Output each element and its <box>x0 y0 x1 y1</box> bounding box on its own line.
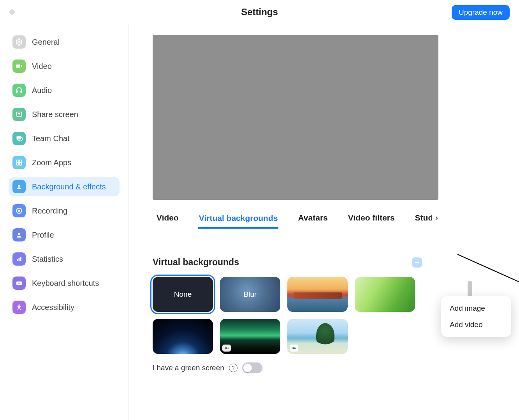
svg-rect-2 <box>16 91 18 93</box>
svg-rect-15 <box>20 257 21 261</box>
headset-icon <box>12 84 26 97</box>
sidebar-item-label: Team Chat <box>32 134 70 143</box>
stats-icon <box>12 252 26 266</box>
page-title: Settings <box>0 7 519 18</box>
gear-icon <box>12 35 26 49</box>
bg-thumb-none[interactable]: None <box>153 277 213 312</box>
sidebar-item-label: Accessibility <box>32 303 74 312</box>
sidebar-item-label: General <box>32 38 60 47</box>
tab-video-filters[interactable]: Video filters <box>347 209 396 228</box>
profile-icon <box>12 228 26 242</box>
svg-point-12 <box>18 233 20 235</box>
sidebar-item-share-screen[interactable]: Share screen <box>9 105 120 124</box>
svg-point-11 <box>18 210 20 212</box>
video-badge-icon <box>222 345 231 352</box>
svg-rect-27 <box>292 347 295 349</box>
bg-thumb-grass[interactable] <box>355 277 415 312</box>
bg-thumb-blur[interactable]: Blur <box>220 277 280 312</box>
bg-thumb-aurora[interactable] <box>220 319 280 354</box>
svg-point-23 <box>18 304 20 306</box>
menu-item-add-video[interactable]: Add video <box>441 317 511 333</box>
sidebar-item-statistics[interactable]: Statistics <box>9 250 120 268</box>
thumb-label: Blur <box>244 290 257 299</box>
sidebar-item-label: Recording <box>32 206 67 215</box>
sidebar-item-accessibility[interactable]: Accessibility <box>9 298 120 317</box>
svg-rect-16 <box>16 282 22 285</box>
sidebar-item-keyboard-shortcuts[interactable]: Keyboard shortcuts <box>9 274 120 292</box>
svg-rect-14 <box>19 258 20 261</box>
sidebar-item-label: Share screen <box>32 110 78 119</box>
sidebar-item-general[interactable]: General <box>9 33 120 51</box>
svg-rect-5 <box>16 160 19 162</box>
tab-video[interactable]: Video <box>156 209 179 228</box>
tab-virtual-backgrounds[interactable]: Virtual backgrounds <box>198 210 279 229</box>
video-badge-icon <box>290 345 298 352</box>
thumb-label: None <box>174 290 192 299</box>
svg-rect-3 <box>21 91 22 93</box>
tab-scroll-right-icon[interactable] <box>432 214 439 223</box>
green-screen-toggle[interactable] <box>242 362 262 373</box>
sidebar-item-profile[interactable]: Profile <box>9 226 120 244</box>
add-background-menu: Add image Add video <box>441 296 511 337</box>
svg-rect-1 <box>16 65 20 68</box>
sidebar-item-audio[interactable]: Audio <box>9 81 120 100</box>
accessibility-icon <box>12 301 26 314</box>
bg-thumb-bridge[interactable] <box>287 277 348 312</box>
bg-thumb-earth[interactable] <box>153 319 213 354</box>
svg-rect-8 <box>19 163 22 165</box>
svg-rect-7 <box>16 163 19 165</box>
record-icon <box>12 204 26 217</box>
sidebar-item-label: Zoom Apps <box>32 158 71 167</box>
annotation-arrow <box>456 252 519 295</box>
green-screen-row: I have a green screen ? <box>153 362 519 373</box>
svg-line-28 <box>457 254 519 291</box>
sidebar-item-zoom-apps[interactable]: Zoom Apps <box>9 153 120 172</box>
section-header: Virtual backgrounds <box>153 257 422 268</box>
video-preview <box>153 35 438 200</box>
main-layout: General Video Audio Share screen Team Ch <box>0 24 519 420</box>
sidebar-item-label: Background & effects <box>32 182 106 191</box>
background-thumbnails: None Blur <box>153 277 433 354</box>
sidebar-item-label: Profile <box>32 231 54 240</box>
section-title: Virtual backgrounds <box>153 257 239 268</box>
svg-rect-6 <box>19 160 22 162</box>
green-screen-label: I have a green screen <box>153 364 224 372</box>
content-pane: Video Virtual backgrounds Avatars Video … <box>128 24 519 420</box>
svg-point-0 <box>18 41 20 43</box>
svg-rect-26 <box>225 347 227 349</box>
menu-item-add-image[interactable]: Add image <box>441 300 511 317</box>
window-traffic-light[interactable] <box>9 9 15 15</box>
sidebar-item-video[interactable]: Video <box>9 57 120 75</box>
person-icon <box>12 180 26 193</box>
share-icon <box>12 108 26 121</box>
bg-thumb-beach[interactable] <box>287 319 348 354</box>
sidebar-item-label: Statistics <box>32 255 63 264</box>
apps-icon <box>12 156 26 169</box>
sidebar-item-label: Video <box>32 62 52 71</box>
tab-avatars[interactable]: Avatars <box>297 209 328 228</box>
sidebar-item-label: Audio <box>32 86 52 95</box>
upgrade-button[interactable]: Upgrade now <box>452 5 510 20</box>
add-background-button[interactable] <box>412 257 422 268</box>
chat-icon <box>12 132 26 145</box>
help-icon[interactable]: ? <box>229 364 238 372</box>
video-icon <box>12 60 26 73</box>
svg-rect-13 <box>17 259 18 261</box>
effects-tabs: Video Virtual backgrounds Avatars Video … <box>153 209 438 228</box>
sidebar: General Video Audio Share screen Team Ch <box>0 24 128 420</box>
sidebar-item-recording[interactable]: Recording <box>9 201 120 220</box>
sidebar-item-team-chat[interactable]: Team Chat <box>9 129 120 148</box>
keyboard-icon <box>12 276 26 290</box>
sidebar-item-background-effects[interactable]: Background & effects <box>9 177 120 196</box>
sidebar-item-label: Keyboard shortcuts <box>32 279 99 288</box>
titlebar: Settings Upgrade now <box>0 0 519 24</box>
svg-point-9 <box>18 185 20 187</box>
